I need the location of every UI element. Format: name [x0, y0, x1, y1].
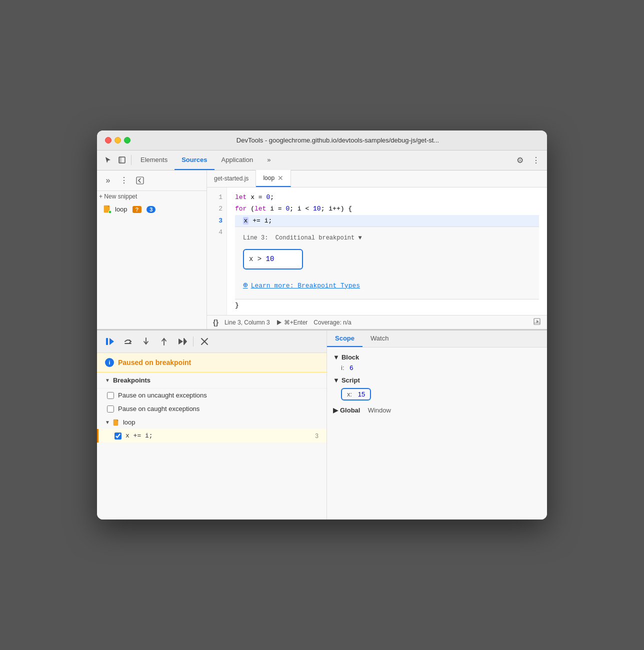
deactivate-btn[interactable]	[198, 334, 212, 348]
scope-tab-bar: Scope Watch	[327, 330, 547, 348]
pause-uncaught-checkbox[interactable]	[107, 392, 114, 399]
global-arrow: ▶	[333, 406, 338, 414]
breakpoints-section-header[interactable]: ▼ Breakpoints	[97, 372, 326, 388]
line-num-2: 2	[211, 203, 222, 214]
scope-content: ▼ Block i: 6 ▼ Script	[327, 348, 547, 424]
line-num-1: 1	[211, 192, 222, 203]
close-tab-icon[interactable]: ✕	[278, 174, 284, 182]
sidebar-toolbar: » ⋮	[97, 170, 206, 191]
tab-loop[interactable]: loop ✕	[256, 170, 291, 187]
step-into-btn[interactable]	[139, 334, 153, 348]
svg-marker-13	[178, 338, 183, 344]
tab-more[interactable]: »	[260, 150, 278, 170]
breakpoint-file-header[interactable]: ▼ loop	[97, 416, 326, 429]
scope-var-i: i: 6	[333, 363, 541, 372]
pause-caught-label: Pause on caught exceptions	[118, 405, 200, 412]
tab-sources[interactable]: Sources	[174, 150, 214, 170]
global-title: ▶ Global Window	[333, 406, 541, 414]
resume-btn[interactable]	[103, 334, 117, 348]
svg-rect-2	[136, 177, 144, 184]
code-line-2: for (let i = 0; i < 10; i++) {	[235, 203, 539, 214]
learn-more-link[interactable]: ⊕ Learn more: Breakpoint Types	[243, 278, 531, 293]
code-line-1: let x = 0;	[235, 192, 539, 203]
devtools-tab-bar: Elements Sources Application » ⚙ ⋮	[97, 150, 547, 170]
breakpoint-checkbox[interactable]	[114, 432, 122, 440]
more-options-icon[interactable]: ⋮	[529, 153, 543, 167]
script-title: ▼ Script	[333, 376, 541, 384]
coverage-text: Coverage: n/a	[314, 319, 351, 326]
pause-uncaught-label: Pause on uncaught exceptions	[118, 392, 207, 399]
sources-sidebar: » ⋮ + New snippet	[97, 170, 207, 329]
code-line-4: }	[235, 300, 539, 311]
condition-text: x > 10	[249, 255, 274, 263]
breakpoint-line-num: 3	[315, 432, 318, 440]
dock-icon[interactable]	[115, 153, 129, 167]
block-section: ▼ Block i: 6	[333, 354, 541, 372]
sources-area: » ⋮ + New snippet	[97, 170, 547, 330]
scope-tab[interactable]: Scope	[327, 330, 362, 347]
bottom-panel: i Paused on breakpoint ▼ Breakpoints Pau…	[97, 330, 547, 520]
script-arrow: ▼	[333, 376, 340, 384]
settings-icon[interactable]: ⚙	[513, 153, 527, 167]
line-numbers: 1 2 3 4	[207, 188, 227, 315]
script-section: ▼ Script x: 15	[333, 376, 541, 402]
devtools-window: DevTools - googlechrome.github.io/devtoo…	[97, 130, 547, 520]
file-item-loop[interactable]: loop ? 3	[97, 202, 206, 217]
run-btn[interactable]: ⌘+Enter	[276, 319, 308, 326]
badge-number: 3	[146, 206, 156, 213]
cursor-icon[interactable]	[101, 153, 115, 167]
conditional-breakpoint-panel: Line 3: Conditional breakpoint ▼ x > 10 …	[235, 226, 539, 300]
arrow-icon: ▼	[105, 378, 110, 383]
title-bar: DevTools - googlechrome.github.io/devtoo…	[97, 130, 547, 150]
traffic-lights	[105, 137, 130, 144]
debugger-panel: i Paused on breakpoint ▼ Breakpoints Pau…	[97, 330, 327, 520]
file-icon-wrap	[103, 205, 112, 214]
svg-marker-7	[536, 320, 539, 323]
coverage-icon[interactable]	[533, 318, 541, 327]
breakpoints-label: Breakpoints	[113, 376, 150, 384]
code-line-3: x += i;	[235, 215, 539, 226]
step-out-btn[interactable]	[157, 334, 171, 348]
maximize-button[interactable]	[124, 137, 130, 144]
format-btn[interactable]: {}	[213, 318, 218, 326]
breakpoint-item: x += i; 3	[97, 429, 326, 442]
line-num-4: 4	[211, 226, 222, 238]
file-icon	[113, 419, 120, 426]
code-editor: 1 2 3 4 let x = 0; for (let i = 0; i < 1…	[207, 188, 547, 315]
global-section: ▶ Global Window	[333, 406, 541, 414]
svg-rect-8	[106, 338, 108, 345]
scope-panel: Scope Watch ▼ Block i: 6	[327, 330, 547, 520]
watch-tab[interactable]: Watch	[362, 330, 396, 347]
pause-caught-checkbox[interactable]	[107, 406, 114, 412]
code-lines: let x = 0; for (let i = 0; i < 10; i++) …	[227, 188, 547, 315]
close-button[interactable]	[105, 137, 112, 144]
tab-application[interactable]: Application	[214, 150, 260, 170]
block-title: ▼ Block	[333, 354, 541, 361]
svg-marker-5	[277, 320, 282, 325]
svg-point-4	[108, 210, 112, 214]
devtools-actions: ⚙ ⋮	[513, 153, 543, 167]
new-snippet-button[interactable]: + New snippet	[97, 191, 206, 202]
expand-icon[interactable]: »	[101, 174, 115, 188]
more-sidebar-icon[interactable]: ⋮	[117, 174, 131, 188]
step-btn[interactable]	[175, 334, 189, 348]
tab-get-started-js[interactable]: get-started.js	[207, 170, 256, 187]
debugger-toolbar	[97, 330, 326, 353]
paused-banner: i Paused on breakpoint	[97, 353, 326, 372]
tab-elements[interactable]: Elements	[134, 150, 174, 170]
step-over-btn[interactable]	[121, 334, 135, 348]
svg-marker-9	[110, 338, 114, 345]
block-arrow: ▼	[333, 354, 340, 361]
info-icon: i	[105, 358, 114, 367]
pause-uncaught-row: Pause on uncaught exceptions	[97, 388, 326, 402]
debug-separator	[193, 336, 194, 346]
breakpoint-file-name: loop	[123, 418, 136, 426]
breakpoint-code: x += i;	[126, 432, 153, 440]
condition-input-wrap[interactable]: x > 10	[243, 249, 303, 270]
file-name: loop	[115, 206, 128, 213]
back-navigator-icon[interactable]	[133, 174, 147, 188]
window-title: DevTools - googlechrome.github.io/devtoo…	[136, 136, 539, 144]
svg-rect-1	[119, 157, 122, 163]
file-arrow-icon: ▼	[105, 420, 110, 425]
minimize-button[interactable]	[114, 137, 121, 144]
